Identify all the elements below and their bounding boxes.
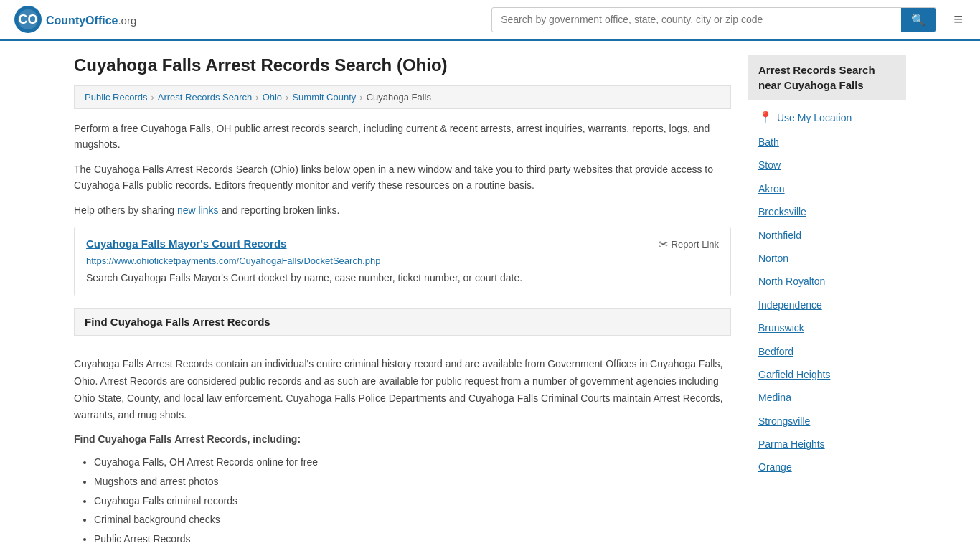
sidebar-link-strongsville[interactable]: Strongsville: [748, 410, 906, 433]
search-button[interactable]: 🔍: [901, 8, 936, 32]
record-desc-0: Search Cuyahoga Falls Mayor's Court dock…: [86, 270, 719, 286]
record-title-0[interactable]: Cuyahoga Falls Mayor's Court Records: [86, 237, 286, 250]
list-item-3: Criminal background checks: [94, 512, 731, 529]
list-item-1: Mugshots and arrest photos: [94, 474, 731, 491]
breadcrumb-link-arrest[interactable]: Arrest Records Search: [158, 92, 253, 103]
breadcrumb-link-summit[interactable]: Summit County: [292, 92, 356, 103]
svg-text:CO: CO: [19, 12, 38, 27]
breadcrumb-sep-3: ›: [286, 92, 288, 103]
find-section-body: Cuyahoga Falls Arrest Records contain an…: [74, 346, 731, 551]
breadcrumb-current: Cuyahoga Falls: [367, 92, 431, 103]
list-item-4: Public Arrest Records: [94, 531, 731, 548]
main-container: Cuyahoga Falls Arrest Records Search (Oh…: [60, 41, 920, 551]
list-item-2: Cuyahoga Falls criminal records: [94, 493, 731, 510]
record-card-header: Cuyahoga Falls Mayor's Court Records ✂ R…: [86, 237, 719, 251]
find-section-heading: Find Cuyahoga Falls Arrest Records: [74, 308, 731, 336]
search-bar: 🔍: [491, 7, 936, 32]
breadcrumb: Public Records › Arrest Records Search ›…: [74, 85, 731, 109]
sidebar-link-medina[interactable]: Medina: [748, 386, 906, 409]
desc-para-3: Help others by sharing new links and rep…: [74, 202, 731, 218]
report-link-0[interactable]: ✂ Report Link: [659, 237, 719, 251]
page-title: Cuyahoga Falls Arrest Records Search (Oh…: [74, 55, 731, 75]
breadcrumb-sep-1: ›: [151, 92, 154, 103]
sidebar-heading: Arrest Records Search near Cuyahoga Fall…: [748, 55, 906, 100]
breadcrumb-link-public-records[interactable]: Public Records: [85, 92, 147, 103]
sidebar-link-parma-heights[interactable]: Parma Heights: [748, 433, 906, 456]
menu-button[interactable]: ≡: [951, 7, 966, 32]
sidebar-link-brecksville[interactable]: Brecksville: [748, 200, 906, 223]
report-icon: ✂: [659, 237, 668, 251]
breadcrumb-link-ohio[interactable]: Ohio: [263, 92, 282, 103]
find-section-para: Cuyahoga Falls Arrest Records contain an…: [74, 356, 731, 424]
find-list-heading: Find Cuyahoga Falls Arrest Records, incl…: [74, 431, 731, 448]
find-list: Cuyahoga Falls, OH Arrest Records online…: [74, 454, 731, 548]
sidebar-link-stow[interactable]: Stow: [748, 154, 906, 176]
list-item-0: Cuyahoga Falls, OH Arrest Records online…: [94, 454, 731, 471]
sidebar: Arrest Records Search near Cuyahoga Fall…: [748, 55, 906, 551]
site-logo[interactable]: CO CountyOffice.org: [14, 6, 136, 33]
sidebar-link-orange[interactable]: Orange: [748, 456, 906, 479]
logo-icon: CO: [14, 6, 42, 33]
sidebar-link-independence[interactable]: Independence: [748, 293, 906, 316]
location-pin-icon: 📍: [758, 110, 773, 124]
use-my-location-button[interactable]: 📍 Use My Location: [748, 107, 906, 128]
breadcrumb-sep-4: ›: [359, 92, 362, 103]
breadcrumb-sep-2: ›: [255, 92, 258, 103]
report-label-0: Report Link: [672, 239, 719, 250]
search-input[interactable]: [492, 9, 901, 30]
sidebar-link-brunswick[interactable]: Brunswick: [748, 316, 906, 339]
sidebar-link-garfield-heights[interactable]: Garfield Heights: [748, 363, 906, 386]
sidebar-link-akron[interactable]: Akron: [748, 177, 906, 200]
sidebar-link-bath[interactable]: Bath: [748, 131, 906, 154]
sidebar-link-northfield[interactable]: Northfield: [748, 224, 906, 247]
record-card-0: Cuyahoga Falls Mayor's Court Records ✂ R…: [74, 227, 731, 296]
site-header: CO CountyOffice.org 🔍 ≡: [0, 0, 980, 41]
desc-para-2: The Cuyahoga Falls Arrest Records Search…: [74, 161, 731, 194]
logo-text: CountyOffice.org: [46, 11, 136, 28]
new-links-link[interactable]: new links: [177, 204, 219, 216]
use-my-location-label: Use My Location: [777, 112, 852, 123]
sidebar-link-north-royalton[interactable]: North Royalton: [748, 270, 906, 293]
desc-para-1: Perform a free Cuyahoga Falls, OH public…: [74, 121, 731, 153]
content-area: Cuyahoga Falls Arrest Records Search (Oh…: [74, 55, 731, 551]
sidebar-link-norton[interactable]: Norton: [748, 247, 906, 270]
sidebar-link-bedford[interactable]: Bedford: [748, 340, 906, 363]
record-url-0[interactable]: https://www.ohioticketpayments.com/Cuyah…: [86, 255, 719, 266]
